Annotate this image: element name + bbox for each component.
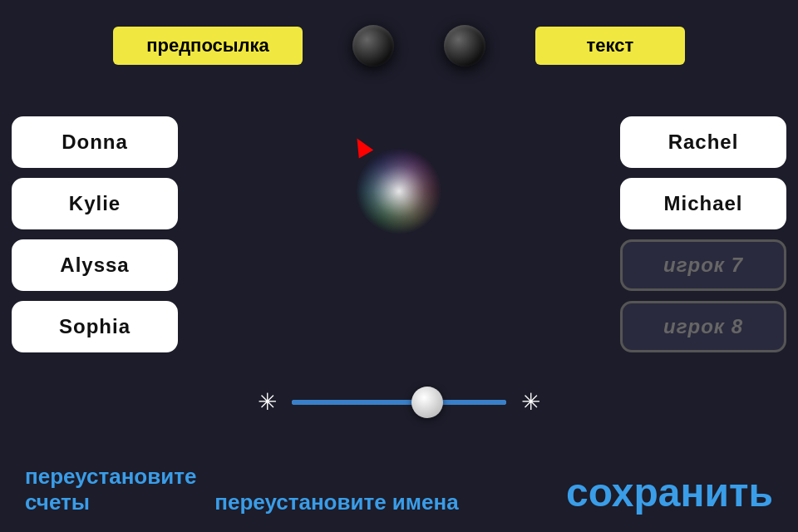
player-btn-michael[interactable]: Michael xyxy=(620,178,786,229)
players-right: Rachel Michael игрок 7 игрок 8 xyxy=(620,116,786,352)
reset-names-button[interactable]: переустановите имена xyxy=(191,490,482,515)
slider-track xyxy=(292,400,506,405)
reset-scores-button[interactable]: переустановите счеты xyxy=(25,464,191,515)
player-btn-rachel[interactable]: Rachel xyxy=(620,116,786,168)
bottom-buttons: переустановите счеты переустановите имен… xyxy=(0,464,798,515)
prerequisite-label[interactable]: предпосылка xyxy=(113,27,303,65)
sun-small-icon: ✳ xyxy=(258,388,277,416)
player-btn-alyssa[interactable]: Alyssa xyxy=(12,239,178,291)
player-btn-sophia[interactable]: Sophia xyxy=(12,301,178,352)
top-bar: предпосылка текст xyxy=(0,25,798,66)
color-wheel-area[interactable] xyxy=(291,83,507,299)
slider-thumb[interactable] xyxy=(411,387,443,418)
color-wheel[interactable] xyxy=(291,83,507,299)
player-btn-donna[interactable]: Donna xyxy=(12,116,178,168)
save-button[interactable]: сохранить xyxy=(482,470,773,515)
orb-left[interactable] xyxy=(352,25,394,66)
players-left: Donna Kylie Alyssa Sophia xyxy=(12,116,178,352)
brightness-slider[interactable] xyxy=(292,400,506,405)
player-btn-7[interactable]: игрок 7 xyxy=(620,239,786,291)
player-btn-kylie[interactable]: Kylie xyxy=(12,178,178,229)
orb-right[interactable] xyxy=(444,25,485,66)
brightness-slider-container: ✳ ✳ xyxy=(258,388,540,416)
sun-large-icon: ✳ xyxy=(521,388,540,416)
text-label[interactable]: текст xyxy=(535,27,685,65)
player-btn-8[interactable]: игрок 8 xyxy=(620,301,786,352)
